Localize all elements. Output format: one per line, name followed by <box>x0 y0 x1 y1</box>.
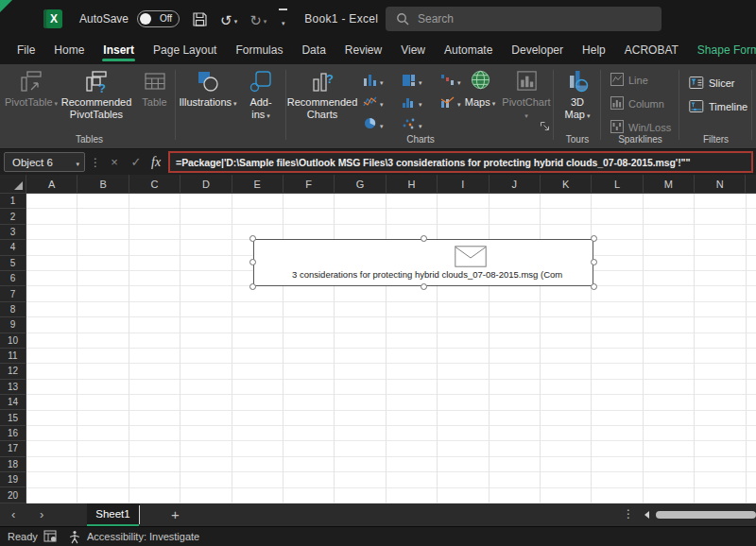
autosave-toggle[interactable]: Off <box>137 10 180 27</box>
pie-chart-button[interactable] <box>360 112 399 134</box>
row-header-18[interactable]: 18 <box>0 457 26 472</box>
tab-file[interactable]: File <box>8 39 44 63</box>
column-header-e[interactable]: E <box>232 175 284 193</box>
charts-dialog-launcher[interactable] <box>540 118 550 135</box>
row-header-11[interactable]: 11 <box>0 349 26 364</box>
column-header-a[interactable]: A <box>26 175 77 193</box>
row-header-2[interactable]: 2 <box>0 209 26 224</box>
line-chart-button[interactable] <box>360 91 399 112</box>
recommended-charts-button[interactable]: ? Recommended Charts <box>288 68 356 120</box>
row-header-16[interactable]: 16 <box>0 426 26 441</box>
tab-help[interactable]: Help <box>573 39 615 63</box>
row-header-8[interactable]: 8 <box>0 302 26 317</box>
3d-map-button[interactable]: 3D Map <box>559 68 595 120</box>
row-header-5[interactable]: 5 <box>0 256 26 271</box>
maps-button[interactable]: Maps <box>460 68 500 109</box>
accessibility-status[interactable]: Accessibility: Investigate <box>68 527 199 546</box>
redo-button[interactable]: ↻ <box>249 10 266 27</box>
cells-area[interactable]: 3 considerations for protecting hybrid c… <box>26 194 756 503</box>
statistic-chart-button[interactable] <box>399 91 438 112</box>
tab-review[interactable]: Review <box>335 39 391 63</box>
next-sheet-button[interactable]: › <box>40 507 43 521</box>
recommended-pivottables-button[interactable]: ? Recommended PivotTables <box>59 68 134 120</box>
row-header-12[interactable]: 12 <box>0 364 26 379</box>
chevron-down-icon <box>282 12 285 29</box>
hierarchy-chart-button[interactable] <box>399 69 438 91</box>
more-options-icon[interactable]: ⋮ <box>623 507 634 520</box>
row-header-4[interactable]: 4 <box>0 240 26 255</box>
new-sheet-button[interactable]: + <box>171 506 180 522</box>
cancel-button: × <box>108 155 121 169</box>
column-header-l[interactable]: L <box>592 175 643 193</box>
resize-handle[interactable] <box>591 235 597 242</box>
column-header-g[interactable]: G <box>335 175 386 193</box>
resize-handle[interactable] <box>591 259 597 265</box>
tab-formulas[interactable]: Formulas <box>226 39 292 63</box>
column-header-d[interactable]: D <box>180 175 232 193</box>
column-header-b[interactable]: B <box>77 175 129 193</box>
resize-handle[interactable] <box>249 259 256 265</box>
row-header-7[interactable]: 7 <box>0 286 26 301</box>
resize-handle[interactable] <box>591 283 597 290</box>
horizontal-scrollbar[interactable] <box>656 511 756 519</box>
sheet-tab-sheet1[interactable]: Sheet1 <box>87 503 139 526</box>
chevron-down-icon[interactable] <box>234 10 238 27</box>
row-header-20[interactable]: 20 <box>0 487 26 503</box>
row-header-14[interactable]: 14 <box>0 395 26 410</box>
row-header-13[interactable]: 13 <box>0 380 26 395</box>
embedded-msg-object[interactable]: 3 considerations for protecting hybrid c… <box>253 239 593 286</box>
scroll-left-icon[interactable] <box>644 511 649 519</box>
save-button[interactable] <box>192 11 208 27</box>
ribbon-group-sparklines: LineColumnWin/Loss Sparklines <box>603 64 678 148</box>
tab-automate[interactable]: Automate <box>435 39 502 63</box>
excel-app-icon[interactable] <box>43 9 62 28</box>
search-input[interactable] <box>418 12 662 26</box>
row-header-1[interactable]: 1 <box>0 194 26 209</box>
column-header-m[interactable]: M <box>644 175 695 193</box>
undo-button[interactable]: ↺ <box>220 10 237 27</box>
tab-data[interactable]: Data <box>292 39 335 63</box>
row-header-10[interactable]: 10 <box>0 333 26 349</box>
name-box[interactable]: Object 6 <box>4 152 85 172</box>
chevron-down-icon[interactable] <box>76 157 79 168</box>
prev-sheet-button[interactable]: ‹ <box>11 507 15 521</box>
column-header-n[interactable]: N <box>695 175 746 193</box>
column-header-i[interactable]: I <box>438 175 489 193</box>
resize-handle[interactable] <box>421 283 427 290</box>
tab-insert[interactable]: Insert <box>94 39 144 63</box>
tab-developer[interactable]: Developer <box>502 39 573 63</box>
row-header-3[interactable]: 3 <box>0 225 26 240</box>
column-header-c[interactable]: C <box>129 175 180 193</box>
column-header-k[interactable]: K <box>541 175 592 193</box>
tab-acrobat[interactable]: ACROBAT <box>615 39 688 63</box>
slicer-button[interactable]: Slicer <box>689 73 735 94</box>
tab-view[interactable]: View <box>391 39 435 63</box>
row-header-17[interactable]: 17 <box>0 441 26 456</box>
row-header-6[interactable]: 6 <box>0 271 26 286</box>
column-header-f[interactable]: F <box>284 175 335 193</box>
insert-function-button[interactable]: fx <box>151 155 161 170</box>
search-box[interactable] <box>386 7 662 31</box>
scatter-chart-button[interactable] <box>399 112 438 134</box>
resize-handle[interactable] <box>249 235 256 242</box>
redo-icon: ↻ <box>249 13 262 27</box>
tab-shape-format[interactable]: Shape Format <box>688 39 756 63</box>
column-chart-button[interactable] <box>360 69 399 91</box>
formula-bar-options-icon[interactable]: ⋮ <box>90 156 99 169</box>
row-header-15[interactable]: 15 <box>0 410 26 425</box>
row-header-9[interactable]: 9 <box>0 317 26 333</box>
record-macro-button[interactable] <box>43 527 58 546</box>
timeline-button[interactable]: Timeline <box>689 96 747 117</box>
resize-handle[interactable] <box>421 235 427 242</box>
tab-home[interactable]: Home <box>44 39 94 63</box>
addins-button[interactable]: Add-ins <box>242 68 280 120</box>
select-all-button[interactable] <box>0 175 26 193</box>
tab-page-layout[interactable]: Page Layout <box>144 39 226 63</box>
row-header-19[interactable]: 19 <box>0 472 26 487</box>
formula-input[interactable]: =Package|'D:\Sample files\Outlook MSG Fi… <box>168 151 753 173</box>
resize-handle[interactable] <box>249 283 256 290</box>
customize-quick-access-toolbar-button[interactable] <box>279 9 287 29</box>
illustrations-button[interactable]: Illustrations <box>178 68 238 109</box>
column-header-j[interactable]: J <box>490 175 541 193</box>
column-header-h[interactable]: H <box>387 175 438 193</box>
